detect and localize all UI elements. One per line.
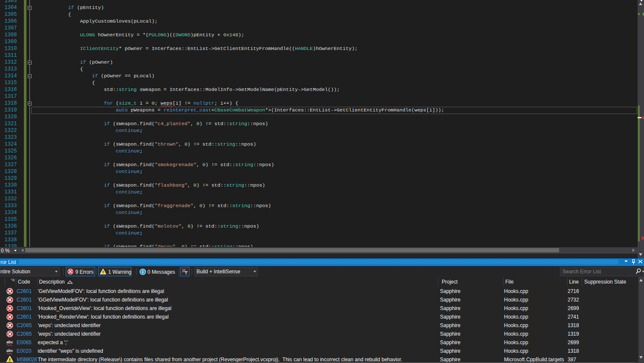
svg-text:abc: abc: [6, 349, 13, 353]
svg-text:abc: abc: [6, 340, 13, 344]
